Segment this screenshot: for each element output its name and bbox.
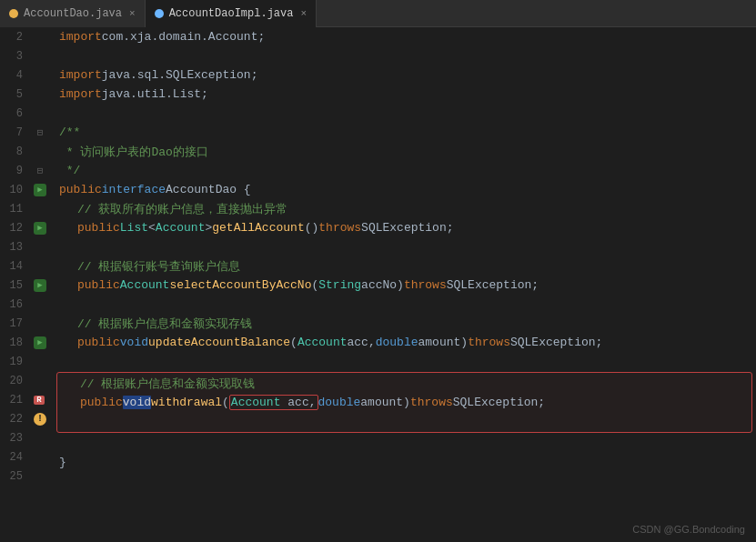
code-line-2: import com.xja.domain.Account; xyxy=(55,27,756,46)
code-line-8: * 访问账户表的Dao的接口 xyxy=(55,142,756,161)
editor: 2 3 4 5 6 7⊟ 8 9⊟ 10▶ 11 12▶ 13 14 15▶ 1… xyxy=(0,27,756,542)
tab-accountdao[interactable]: AccountDao.java × xyxy=(0,0,146,27)
run-button-15[interactable]: ▶ xyxy=(34,279,46,292)
code-line-7: /** xyxy=(55,123,756,142)
code-line-24: } xyxy=(55,453,756,472)
tab-dot-java xyxy=(9,9,18,18)
code-area[interactable]: import com.xja.domain.Account; import ja… xyxy=(55,27,756,542)
tab-close-accountdao[interactable]: × xyxy=(129,8,136,19)
code-line-11: // 获取所有的账户信息，直接抛出异常 xyxy=(55,199,756,218)
tab-label-accountdaoimpl: AccountDaoImpl.java xyxy=(169,7,294,20)
code-line-21: public void withdrawal ( Account acc, do… xyxy=(57,393,751,412)
gutter: 2 3 4 5 6 7⊟ 8 9⊟ 10▶ 11 12▶ 13 14 15▶ 1… xyxy=(0,27,55,542)
code-line-23 xyxy=(55,434,756,453)
run-button-18[interactable]: ▶ xyxy=(34,336,46,349)
tab-bar: AccountDao.java × AccountDaoImpl.java × xyxy=(0,0,756,27)
code-line-20: // 根据账户信息和金额实现取钱 xyxy=(57,374,751,393)
code-line-5: import java.util.List; xyxy=(55,85,756,104)
watermark: CSDN @GG.Bondcoding xyxy=(632,524,745,535)
code-line-19 xyxy=(55,352,756,371)
tab-accountdaoimpl[interactable]: AccountDaoImpl.java × xyxy=(146,0,317,27)
code-line-16 xyxy=(55,295,756,314)
r-badge: R xyxy=(34,396,44,405)
error-block: // 根据账户信息和金额实现取钱 public void withdrawal … xyxy=(56,372,752,433)
code-line-6 xyxy=(55,104,756,123)
code-line-10: public interface AccountDao { xyxy=(55,180,756,199)
code-line-9: */ xyxy=(55,161,756,180)
run-button-10[interactable]: ▶ xyxy=(34,184,46,196)
warning-icon: ! xyxy=(34,413,46,426)
code-line-3 xyxy=(55,46,756,65)
code-line-17: // 根据账户信息和金额实现存钱 xyxy=(55,314,756,333)
code-line-14: // 根据银行账号查询账户信息 xyxy=(55,256,756,276)
code-line-15: public Account selectAccountByAccNo ( St… xyxy=(55,276,756,295)
tab-dot-impl xyxy=(155,9,164,18)
code-line-22 xyxy=(57,412,751,431)
code-line-13 xyxy=(55,237,756,256)
tab-close-accountdaoimpl[interactable]: × xyxy=(300,8,307,19)
code-line-18: public void updateAccountBalance ( Accou… xyxy=(55,333,756,352)
tab-label-accountdao: AccountDao.java xyxy=(24,7,122,20)
code-line-4: import java.sql.SQLException; xyxy=(55,65,756,85)
run-button-12[interactable]: ▶ xyxy=(34,222,46,235)
code-line-12: public List<Account> getAllAccount() thr… xyxy=(55,218,756,237)
